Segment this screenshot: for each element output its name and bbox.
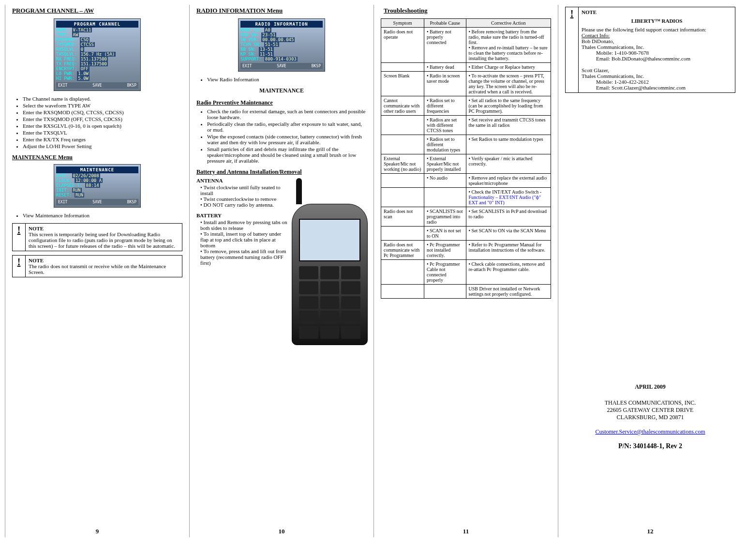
list-item: Select the waveform TYPE AW	[23, 103, 182, 108]
troubleshooting-table: Symptom Probable Cause Corrective Action…	[381, 18, 551, 299]
date: APRIL 2009	[565, 383, 735, 391]
list-item: Twist counterclockwise to remove	[200, 196, 288, 202]
list-item: The Channel name is displayed.	[23, 96, 182, 102]
screen-title: RADIO INFORMATION	[240, 21, 323, 28]
list-item: Enter the TXSQMOD (OFF, CTCSS, CDCSS)	[23, 116, 182, 122]
exclaim-icon: !	[13, 224, 26, 251]
th-cause: Probable Cause	[424, 19, 466, 28]
table-row: Screen Blank• Radio in screen saver mode…	[381, 72, 551, 96]
intro-text: Please use the following field support c…	[582, 27, 732, 32]
company-name: THALES COMMUNICATIONS, INC.	[565, 399, 735, 407]
list-item: Check the radio for external damage, suc…	[207, 108, 367, 120]
handheld-radio-image	[292, 204, 368, 345]
page-9: PROGRAM CHANNEL – AW PROGRAM CHANNEL NAM…	[5, 5, 189, 537]
table-row: • Pc Programmer Cable not connected prop…	[381, 260, 551, 285]
list-item: Adjust the LO/HI Power Setting	[23, 143, 182, 149]
page-12: ! NOTE LIBERTY™ RADIOS Please use the fo…	[558, 5, 742, 537]
softkey-bksp: BKSP	[127, 200, 136, 204]
antenna-title: ANTENNA	[196, 178, 288, 183]
preventive-maintenance-title: Radio Preventive Maintenance	[196, 99, 367, 106]
note-title: NOTE	[582, 9, 732, 15]
list-item: Small particles of dirt and debris may i…	[207, 146, 367, 164]
list-item: To remove, press tabs and lift out from …	[200, 248, 288, 266]
part-number: P/N: 3401448-1, Rev 2	[565, 442, 735, 450]
contact-email: Email: Scott.Glazer@thalescomminc.com	[596, 85, 732, 91]
contact-info-label: Contact Info:	[582, 32, 732, 38]
list-item: Twist clockwise until fully seated to in…	[200, 184, 288, 196]
program-channel-screen: PROGRAM CHANNEL NAME: V-TAC11TYPE: AWRXS…	[54, 18, 141, 91]
page-number: 10	[190, 528, 374, 535]
program-channel-title: PROGRAM CHANNEL – AW	[12, 7, 182, 15]
contact-email: Email: Bob.DiDonato@thalescomminc.com	[596, 56, 732, 61]
contact-org: Thales Communications, Inc.	[582, 73, 732, 79]
note-body: This screen is temporarily being used fo…	[29, 231, 175, 249]
maintenance-steps: View Maintenance Information	[23, 212, 182, 218]
softkey-bksp: BKSP	[127, 83, 136, 88]
softkey-exit: EXIT	[58, 83, 67, 88]
troubleshooting-title: Troubleshooting	[384, 7, 551, 15]
preventive-list: Check the radio for external damage, suc…	[207, 108, 367, 164]
contact-mobile: Mobile: 1-240-422-2612	[596, 79, 732, 85]
page-10: RADIO INFORMATION Menu RADIO INFORMATION…	[189, 5, 374, 537]
table-row: • Radios are set with different CTCSS to…	[381, 116, 551, 135]
table-row: • No audio• Remove and replace the exter…	[381, 174, 551, 188]
table-row: • Check the INT/EXT Audio Switch - Funct…	[381, 188, 551, 207]
radio-info-steps: View Radio Information	[207, 76, 367, 82]
table-row: Cannot communicate with other radio user…	[381, 96, 551, 116]
list-item: Enter the TXSQLVL	[23, 130, 182, 136]
th-symptom: Symptom	[381, 19, 424, 28]
battery-antenna-title: Battery and Antenna Installation/Removal	[196, 168, 367, 176]
list-item: Enter the RXSGLVL (0-16, 0 is open squel…	[23, 123, 182, 129]
softkey-exit: EXIT	[242, 64, 252, 68]
table-row: Radio does not communicate with Pc Progr…	[381, 241, 551, 260]
radio-info-title: RADIO INFORMATION Menu	[196, 7, 367, 15]
list-item: Wipe the exposed contacts (side connecto…	[207, 134, 367, 145]
maintenance-menu-title: MAINTENANCE Menu	[12, 154, 182, 161]
note-title: NOTE	[29, 257, 44, 263]
contact-mobile: Mobile: 1-410-908-7678	[596, 50, 732, 56]
screen-title: MAINTENANCE	[56, 166, 138, 173]
program-channel-steps: The Channel name is displayed.Select the…	[23, 96, 182, 149]
table-row: External Speaker/Mic not working (no aud…	[381, 154, 551, 174]
contact-name: Bob DiDonato,	[582, 38, 732, 44]
radio-info-screen: RADIO INFORMATION MANF ID: A0RAD SN: 23-…	[238, 18, 325, 72]
list-item: Enter the RXSQMOD (CSQ, CTCSS, CDCSS)	[23, 109, 182, 115]
customer-service-email[interactable]: Customer.Service@thalescommunications.co…	[595, 428, 705, 435]
softkey-save: SAVE	[92, 200, 102, 204]
table-row: Radio does not scan• SCANLISTS not progr…	[381, 207, 551, 227]
company-addr2: CLARKSBURG, MD 20871	[565, 414, 735, 421]
company-addr1: 22605 GATEWAY CENTER DRIVE	[565, 407, 735, 414]
company-block: APRIL 2009 THALES COMMUNICATIONS, INC. 2…	[565, 383, 735, 450]
table-row: • Battery dead• Either Charge or Replace…	[381, 63, 551, 72]
note-box-1: ! NOTE This screen is temporarily being …	[12, 223, 182, 251]
screen-title: PROGRAM CHANNEL	[56, 21, 138, 28]
softkey-exit: EXIT	[58, 200, 67, 204]
antenna-list: Twist clockwise until fully seated to in…	[200, 184, 288, 208]
maintenance-screen: MAINTENANCE DATE: 02/26/2008CLOCK: 12:00…	[54, 164, 141, 208]
contact-name: Scott Glazer,	[582, 67, 732, 73]
table-row: • SCAN is not set to ON• Set SCAN to ON …	[381, 227, 551, 241]
liberty-heading: LIBERTY™ RADIOS	[582, 18, 732, 24]
note-body: The radio does not transmit or receive w…	[29, 263, 166, 275]
th-action: Corrective Action	[466, 19, 551, 28]
page-number: 12	[558, 528, 742, 535]
softkey-save: SAVE	[92, 83, 102, 88]
page-number: 9	[5, 528, 189, 535]
table-row: • Radios set to different modulation typ…	[381, 135, 551, 154]
maintenance-heading: MAINTENANCE	[196, 87, 367, 94]
list-item: View Maintenance Information	[23, 212, 182, 218]
note-title: NOTE	[29, 226, 44, 231]
exclaim-icon: !	[566, 7, 579, 92]
softkey-save: SAVE	[277, 64, 286, 68]
table-row: USB Driver not installed or Network sett…	[381, 285, 551, 299]
list-item: Periodically clean the radio, especially…	[207, 121, 367, 133]
battery-title: BATTERY	[196, 212, 288, 218]
page-number: 11	[374, 528, 558, 535]
note-box-contact: ! NOTE LIBERTY™ RADIOS Please use the fo…	[565, 7, 735, 93]
note-box-2: ! NOTE The radio does not transmit or re…	[12, 255, 182, 277]
page-11: Troubleshooting Symptom Probable Cause C…	[374, 5, 558, 537]
list-item: Install and Remove by pressing tabs on b…	[200, 219, 288, 231]
list-item: Enter the RX/TX Freq ranges	[23, 136, 182, 142]
softkey-bksp: BKSP	[312, 64, 321, 68]
list-item: To install, insert top of battery under …	[200, 231, 288, 248]
